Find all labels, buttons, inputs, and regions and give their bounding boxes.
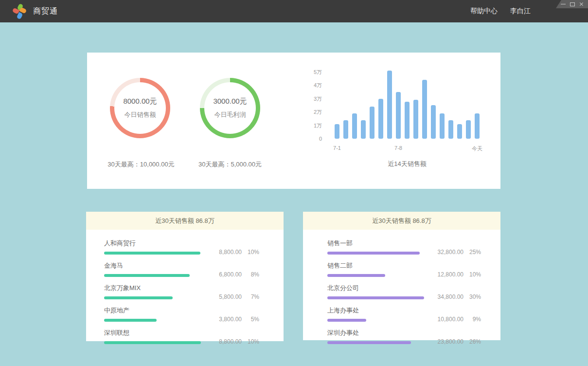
- row-value: 8,800.00: [210, 249, 242, 256]
- row-name: 深圳联想: [104, 329, 210, 337]
- list-item: 深圳联想8,800.0010%: [104, 329, 259, 344]
- list-item: 销售二部12,800.0010%: [327, 261, 481, 277]
- row-progress-bar: [104, 319, 157, 322]
- row-value: 23,800.00: [431, 338, 463, 345]
- list-item: 金海马6,800.008%: [104, 261, 259, 277]
- x-tick-label: 今天: [467, 145, 487, 152]
- x-tick-label: 7-1: [327, 145, 347, 151]
- titlebar-right: 帮助中心 李白江: [470, 0, 531, 22]
- row-percent: 10%: [242, 338, 259, 345]
- today-profit-gauge-center: 3000.00元 今日毛利润: [204, 82, 256, 134]
- row-name: 北京分公司: [327, 284, 431, 293]
- today-profit-value: 3000.00元: [213, 97, 247, 106]
- sales-30d-max-caption: 30天最高：10,000.00元: [92, 160, 190, 169]
- help-center-link[interactable]: 帮助中心: [470, 7, 498, 16]
- row-name: 销售二部: [327, 261, 431, 270]
- customer-sales-card: 近30天销售额 86.8万 人和商贸行8,800.0010%金海马6,800.0…: [86, 212, 284, 341]
- bar: [466, 120, 471, 139]
- bar: [378, 99, 383, 139]
- bar: [361, 120, 366, 139]
- y-tick-label: 1万: [308, 122, 322, 129]
- y-tick-label: 3万: [308, 95, 322, 102]
- row-value: 10,800.00: [431, 316, 463, 323]
- bar: [396, 92, 401, 139]
- row-progress-bar: [327, 274, 385, 277]
- summary-card: 8000.00元 今日销售额 30天最高：10,000.00元 3000.00元…: [87, 53, 500, 189]
- today-profit-label: 今日毛利润: [214, 110, 246, 119]
- bar: [475, 113, 480, 139]
- row-percent: 7%: [242, 293, 259, 300]
- department-rows: 销售一部32,800.0025%销售二部12,800.0010%北京分公司34,…: [303, 230, 500, 344]
- row-name: 金海马: [104, 261, 210, 270]
- department-card-title: 近30天销售额 86.8万: [303, 212, 500, 230]
- today-sales-gauge: 8000.00元 今日销售额: [110, 78, 170, 138]
- bar: [387, 71, 392, 139]
- row-value: 32,800.00: [431, 249, 463, 256]
- today-sales-gauge-center: 8000.00元 今日销售额: [114, 82, 166, 134]
- row-name: 北京万象MIX: [104, 284, 210, 293]
- row-value: 6,800.00: [210, 271, 242, 278]
- list-item: 中原地产3,800.005%: [104, 306, 259, 322]
- app-logo-icon: [13, 4, 26, 18]
- sales-14day-chart: 5万4万3万2万1万0 7-17-8今天 近14天销售额: [308, 67, 493, 169]
- row-value: 12,800.00: [431, 271, 463, 278]
- today-sales-value: 8000.00元: [123, 97, 157, 106]
- titlebar: 商贸通 帮助中心 李白江: [0, 0, 588, 22]
- row-progress-bar: [327, 319, 366, 322]
- row-progress-bar: [327, 341, 411, 344]
- today-profit-gauge: 3000.00元 今日毛利润: [200, 78, 260, 138]
- row-percent: 10%: [463, 271, 481, 278]
- list-item: 北京分公司34,800.0030%: [327, 284, 481, 299]
- row-progress-bar: [327, 296, 424, 299]
- bar: [370, 107, 374, 139]
- row-value: 3,800.00: [210, 316, 242, 323]
- row-name: 销售一部: [327, 239, 431, 248]
- row-progress-bar: [104, 252, 200, 255]
- row-percent: 30%: [463, 293, 481, 300]
- close-icon[interactable]: [579, 2, 584, 6]
- user-name[interactable]: 李白江: [510, 7, 531, 16]
- row-name: 深圳办事处: [327, 329, 431, 337]
- app-title: 商贸通: [33, 0, 58, 22]
- profit-30d-max-caption: 30天最高：5,000.00元: [181, 160, 279, 169]
- bar: [457, 124, 462, 139]
- row-percent: 8%: [242, 271, 259, 278]
- row-progress-bar: [104, 274, 190, 277]
- bar: [335, 124, 339, 139]
- window-controls: [556, 0, 588, 8]
- y-tick-label: 5万: [308, 69, 322, 75]
- list-item: 人和商贸行8,800.0010%: [104, 239, 259, 255]
- bar: [343, 120, 348, 139]
- bar: [422, 80, 427, 139]
- list-item: 北京万象MIX5,800.007%: [104, 284, 259, 299]
- minimize-icon[interactable]: [561, 2, 566, 6]
- row-progress-bar: [327, 252, 420, 255]
- row-value: 5,800.00: [210, 293, 242, 300]
- y-tick-label: 2万: [308, 109, 322, 115]
- row-percent: 10%: [242, 249, 259, 256]
- maximize-icon[interactable]: [570, 2, 575, 6]
- bar: [448, 120, 453, 139]
- today-sales-label: 今日销售额: [125, 110, 156, 119]
- row-name: 上海办事处: [327, 306, 431, 315]
- customer-rows: 人和商贸行8,800.0010%金海马6,800.008%北京万象MIX5,80…: [86, 230, 284, 344]
- row-percent: 26%: [463, 338, 481, 345]
- y-tick-label: 4万: [308, 82, 322, 89]
- list-item: 上海办事处10,800.009%: [327, 306, 481, 322]
- department-sales-card: 近30天销售额 86.8万 销售一部32,800.0025%销售二部12,800…: [303, 212, 500, 340]
- bar-group: [335, 70, 480, 139]
- customer-card-title: 近30天销售额 86.8万: [86, 212, 284, 230]
- x-tick-label: 7-8: [389, 145, 408, 151]
- bar: [440, 113, 445, 139]
- row-percent: 9%: [463, 316, 481, 323]
- bar: [405, 102, 410, 139]
- row-value: 8,800.00: [210, 338, 242, 345]
- chart-caption: 近14天销售额: [335, 160, 480, 168]
- bar: [431, 105, 436, 139]
- bar: [352, 113, 357, 139]
- row-percent: 5%: [242, 316, 259, 323]
- row-progress-bar: [104, 341, 201, 344]
- row-name: 人和商贸行: [104, 239, 210, 248]
- y-tick-label: 0: [308, 135, 322, 142]
- row-name: 中原地产: [104, 306, 210, 315]
